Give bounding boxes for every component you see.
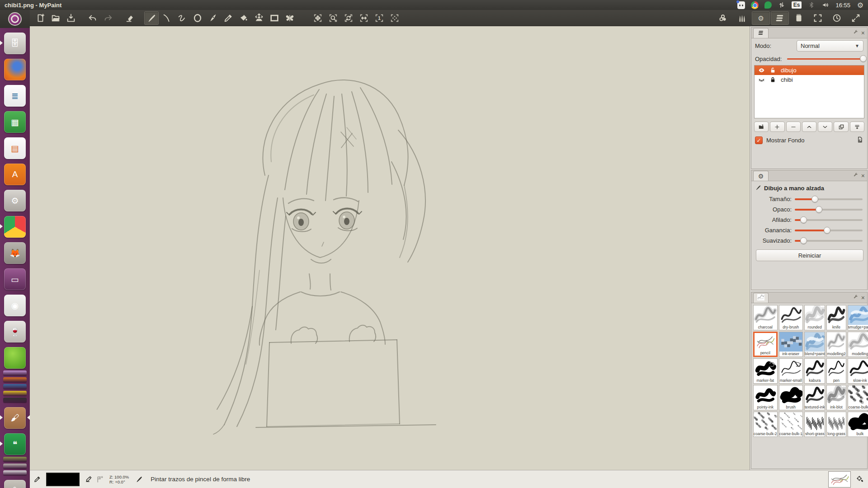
brush-bulk[interactable]: bulk <box>848 412 868 437</box>
slider-thumb[interactable] <box>860 55 867 62</box>
brush-slider-0[interactable] <box>795 196 863 203</box>
current-color-swatch[interactable] <box>46 473 80 486</box>
session-gear-icon[interactable]: ⚙ <box>856 1 864 9</box>
brush-short-grass[interactable]: short-grass <box>804 412 825 437</box>
current-brush-thumbnail[interactable] <box>828 471 851 488</box>
brush-settings-tab[interactable]: ⚙ <box>753 171 769 181</box>
duplicate-layer-button[interactable] <box>834 122 848 132</box>
launcher-item-terminal[interactable]: ▭ <box>4 268 26 290</box>
brush-coarse-bulk-3[interactable]: coarse-bulk-3 <box>848 385 868 410</box>
brush-kabura[interactable]: kabura <box>804 358 825 384</box>
history-clock-button[interactable] <box>828 11 846 25</box>
merge-down-button[interactable] <box>850 122 864 132</box>
close-panel-icon[interactable]: × <box>861 173 865 178</box>
frame-edit-button[interactable] <box>267 11 282 25</box>
bluetooth-icon[interactable] <box>807 1 816 9</box>
slider-thumb[interactable] <box>816 206 822 213</box>
detach-panel-icon[interactable] <box>853 294 859 301</box>
zoom-1-1-button[interactable]: 1 <box>372 11 387 25</box>
brush-marker-fat[interactable]: marker-fat <box>753 358 778 384</box>
launcher-item-green-ooze-app[interactable] <box>4 347 26 369</box>
brush-pen[interactable]: pen <box>826 358 846 384</box>
brush-slider-3[interactable] <box>795 227 863 234</box>
volume-icon[interactable] <box>821 1 830 9</box>
symmetry-button[interactable] <box>283 11 297 25</box>
launcher-item-mypaint[interactable]: 🖌 <box>4 407 26 429</box>
brush-long-grass[interactable]: long-grass <box>826 412 846 437</box>
brush-pencil[interactable]: pencil <box>753 332 778 357</box>
show-background-checkbox[interactable]: ✓ <box>755 136 763 144</box>
launcher-item-libreoffice-calc[interactable]: ▦ <box>4 111 26 133</box>
new-file-button[interactable] <box>33 11 47 25</box>
launcher-item-ubuntu-software[interactable]: A <box>4 164 26 185</box>
fullscreen-button[interactable] <box>809 11 827 25</box>
layers-tab[interactable] <box>753 28 769 38</box>
launcher-item-ubuntu-dash[interactable] <box>0 10 30 28</box>
expand-view-button[interactable] <box>847 11 865 25</box>
brush-rounded[interactable]: rounded <box>804 305 825 330</box>
color-dropper-icon[interactable] <box>32 475 42 483</box>
launcher-item-wine-tools[interactable]: 🍷 <box>4 321 26 343</box>
fit-view-button[interactable] <box>387 11 402 25</box>
brush-group-tab[interactable] <box>753 293 769 303</box>
edit-color-icon[interactable] <box>83 475 94 483</box>
freehand-button[interactable] <box>144 11 159 25</box>
layer-row-chibi[interactable]: chibi <box>755 75 864 84</box>
detach-panel-icon[interactable] <box>853 172 859 179</box>
launcher-item-gimp[interactable]: 🦊 <box>4 242 26 264</box>
close-panel-icon[interactable]: × <box>861 295 865 300</box>
layer-row-dibujo[interactable]: dibujo <box>755 66 864 75</box>
polyline-mode-button[interactable] <box>175 11 189 25</box>
lock-open-icon[interactable] <box>769 67 776 74</box>
bookmark-flag-icon[interactable] <box>94 475 105 483</box>
stacked-app-icon[interactable] <box>3 398 27 403</box>
target-leaf-icon[interactable] <box>854 475 865 483</box>
launcher-item-libreoffice-impress[interactable]: ▤ <box>4 137 26 159</box>
slider-thumb[interactable] <box>800 216 807 223</box>
launcher-stack-app-stack-1[interactable] <box>3 369 27 403</box>
network-arrows-icon[interactable] <box>778 1 786 9</box>
raise-layer-button[interactable] <box>802 122 816 132</box>
brush-modelling2[interactable]: modelling2 <box>826 332 846 357</box>
remove-layer-button[interactable] <box>786 122 801 132</box>
brush-knife[interactable]: knife <box>826 305 846 330</box>
color-picker-button[interactable] <box>221 11 236 25</box>
redo-button[interactable] <box>101 11 115 25</box>
launcher-item-hangouts[interactable]: ❝ <box>4 433 26 455</box>
mirror-view-button[interactable] <box>357 11 371 25</box>
launcher-item-trash[interactable]: 🗑 <box>4 480 26 488</box>
brush-dry-brush[interactable]: dry-brush <box>779 305 803 330</box>
launcher-item-system-settings[interactable]: ⚙ <box>4 190 26 211</box>
brush-slider-2[interactable] <box>795 216 863 224</box>
ellipse-mode-button[interactable] <box>190 11 205 25</box>
detach-panel-icon[interactable] <box>853 29 859 37</box>
pan-view-button[interactable] <box>311 11 325 25</box>
stacked-app-icon[interactable] <box>3 371 27 375</box>
ink-mode-button[interactable] <box>206 11 220 25</box>
zoom-view-button[interactable] <box>326 11 340 25</box>
brush-ink-eraser[interactable]: ink-eraser <box>779 332 803 357</box>
scratchpad-button[interactable] <box>790 11 808 25</box>
launcher-stack-app-stack-2[interactable] <box>3 455 27 475</box>
launcher-item-libreoffice-writer[interactable]: ≣ <box>4 85 26 107</box>
launcher-item-blender[interactable]: ◉ <box>4 295 26 316</box>
rotate-view-button[interactable] <box>341 11 356 25</box>
brush-slider-4[interactable] <box>795 237 863 244</box>
clock-text[interactable]: 16:55 <box>835 2 850 9</box>
brush-modelling[interactable]: modelling <box>848 332 868 357</box>
open-file-button[interactable] <box>48 11 63 25</box>
keyboard-layout-badge[interactable]: Es <box>792 1 802 9</box>
line-mode-button[interactable] <box>160 11 174 25</box>
brush-ink-blot[interactable]: ink-blot <box>826 385 846 410</box>
background-doc-icon[interactable] <box>856 136 863 145</box>
lock-closed-icon[interactable] <box>769 76 776 83</box>
brush-blend+paint[interactable]: blend+paint <box>804 332 825 357</box>
slider-thumb[interactable] <box>811 196 818 202</box>
messenger-icon[interactable] <box>764 1 772 9</box>
close-panel-icon[interactable]: × <box>861 30 865 36</box>
layer-opacity-slider[interactable] <box>787 55 863 62</box>
slider-thumb[interactable] <box>824 227 830 234</box>
chrome-icon[interactable] <box>751 1 759 9</box>
settings-button[interactable]: ⚙ <box>752 11 770 25</box>
slider-thumb[interactable] <box>800 237 807 244</box>
